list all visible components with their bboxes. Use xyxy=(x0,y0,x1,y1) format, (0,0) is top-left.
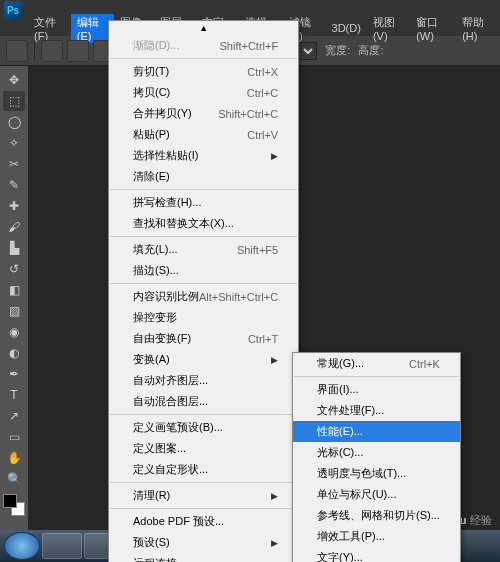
blur-tool-icon[interactable]: ◉ xyxy=(3,322,25,342)
edit-menu-item-10[interactable]: 查找和替换文本(X)... xyxy=(109,213,298,234)
edit-menu-item-13[interactable]: 描边(S)... xyxy=(109,260,298,281)
menu-item-label: 远程连接... xyxy=(133,556,186,562)
selection-add-icon[interactable] xyxy=(67,40,89,62)
crop-tool-icon[interactable]: ✂ xyxy=(3,154,25,174)
prefs-menu-item-0[interactable]: 常规(G)...Ctrl+K xyxy=(293,353,460,374)
type-tool-icon[interactable]: T xyxy=(3,385,25,405)
preferences-submenu: 常规(G)...Ctrl+K界面(I)...文件处理(F)...性能(E)...… xyxy=(292,352,461,562)
menu-文件[interactable]: 文件(F) xyxy=(28,14,71,43)
hand-tool-icon[interactable]: ✋ xyxy=(3,448,25,468)
eraser-tool-icon[interactable]: ◧ xyxy=(3,280,25,300)
prefs-menu-item-8[interactable]: 参考线、网格和切片(S)... xyxy=(293,505,460,526)
menu-item-label: 拼写检查(H)... xyxy=(133,195,201,210)
foreground-color-swatch[interactable] xyxy=(3,494,17,508)
menu-item-label: 粘贴(P) xyxy=(133,127,170,142)
lasso-tool-icon[interactable]: ◯ xyxy=(3,112,25,132)
menu-item-label: 自由变换(F) xyxy=(133,331,191,346)
move-tool-icon[interactable]: ✥ xyxy=(3,70,25,90)
start-button-icon[interactable] xyxy=(4,532,40,560)
edit-menu-item-15[interactable]: 内容识别比例Alt+Shift+Ctrl+C xyxy=(109,286,298,307)
taskbar-app-icon[interactable] xyxy=(42,533,82,559)
edit-menu-item-2[interactable]: 剪切(T)Ctrl+X xyxy=(109,61,298,82)
menu-shortcut: Ctrl+V xyxy=(247,129,278,141)
menu-shortcut: Shift+Ctrl+C xyxy=(218,108,278,120)
menu-item-label: 预设(S) xyxy=(133,535,170,550)
menu-separator xyxy=(110,283,297,284)
menu-item-label: 增效工具(P)... xyxy=(317,529,385,544)
edit-menu-dropdown: ▲ 渐隐(D)...Shift+Ctrl+F剪切(T)Ctrl+X拷贝(C)Ct… xyxy=(108,20,299,562)
marquee-tool-icon[interactable]: ⬚ xyxy=(3,91,25,111)
edit-menu-item-26[interactable]: 清理(R)▶ xyxy=(109,485,298,506)
shape-tool-icon[interactable]: ▭ xyxy=(3,427,25,447)
prefs-menu-item-7[interactable]: 单位与标尺(U)... xyxy=(293,484,460,505)
wand-tool-icon[interactable]: ✧ xyxy=(3,133,25,153)
menu-item-label: 变换(A) xyxy=(133,352,170,367)
menu-item-label: 参考线、网格和切片(S)... xyxy=(317,508,440,523)
edit-menu-item-28[interactable]: Adobe PDF 预设... xyxy=(109,511,298,532)
menu-item-label: 透明度与色域(T)... xyxy=(317,466,406,481)
gradient-tool-icon[interactable]: ▨ xyxy=(3,301,25,321)
healing-tool-icon[interactable]: ✚ xyxy=(3,196,25,216)
menu-item-label: 填充(L)... xyxy=(133,242,178,257)
submenu-arrow-icon: ▶ xyxy=(271,151,278,161)
edit-menu-item-17[interactable]: 自由变换(F)Ctrl+T xyxy=(109,328,298,349)
brush-tool-icon[interactable]: 🖌 xyxy=(3,217,25,237)
menu-separator xyxy=(294,376,459,377)
color-swatches[interactable] xyxy=(3,494,25,516)
prefs-menu-item-9[interactable]: 增效工具(P)... xyxy=(293,526,460,547)
menu-item-label: 操控变形 xyxy=(133,310,177,325)
menu-item-label: 合并拷贝(Y) xyxy=(133,106,192,121)
prefs-menu-item-2[interactable]: 界面(I)... xyxy=(293,379,460,400)
edit-menu-item-6[interactable]: 选择性粘贴(I)▶ xyxy=(109,145,298,166)
width-label: 宽度: xyxy=(325,43,350,58)
menu-item-label: 定义画笔预设(B)... xyxy=(133,420,223,435)
stamp-tool-icon[interactable]: ▙ xyxy=(3,238,25,258)
tool-preset-icon[interactable] xyxy=(6,40,28,62)
menu-item-label: Adobe PDF 预设... xyxy=(133,514,224,529)
prefs-menu-item-4[interactable]: 性能(E)... xyxy=(293,421,460,442)
prefs-menu-item-5[interactable]: 光标(C)... xyxy=(293,442,460,463)
menu-item-label: 查找和替换文本(X)... xyxy=(133,216,234,231)
edit-menu-item-30[interactable]: 远程连接... xyxy=(109,553,298,562)
menu-item-label: 界面(I)... xyxy=(317,382,359,397)
menu-帮助[interactable]: 帮助(H) xyxy=(456,14,500,43)
menu-3d[interactable]: 3D(D) xyxy=(326,21,367,35)
edit-menu-item-20[interactable]: 自动混合图层... xyxy=(109,391,298,412)
eyedropper-tool-icon[interactable]: ✎ xyxy=(3,175,25,195)
scroll-up-arrow-icon[interactable]: ▲ xyxy=(109,21,298,35)
edit-menu-item-19[interactable]: 自动对齐图层... xyxy=(109,370,298,391)
pen-tool-icon[interactable]: ✒ xyxy=(3,364,25,384)
edit-menu-item-22[interactable]: 定义画笔预设(B)... xyxy=(109,417,298,438)
menu-item-label: 单位与标尺(U)... xyxy=(317,487,396,502)
submenu-arrow-icon: ▶ xyxy=(271,355,278,365)
menu-item-label: 光标(C)... xyxy=(317,445,363,460)
edit-menu-item-29[interactable]: 预设(S)▶ xyxy=(109,532,298,553)
height-label: 高度: xyxy=(358,43,383,58)
edit-menu-item-24[interactable]: 定义自定形状... xyxy=(109,459,298,480)
prefs-menu-item-6[interactable]: 透明度与色域(T)... xyxy=(293,463,460,484)
prefs-menu-item-10[interactable]: 文字(Y)... xyxy=(293,547,460,562)
menu-shortcut: Ctrl+K xyxy=(409,358,440,370)
edit-menu-item-18[interactable]: 变换(A)▶ xyxy=(109,349,298,370)
dodge-tool-icon[interactable]: ◐ xyxy=(3,343,25,363)
menu-item-label: 文件处理(F)... xyxy=(317,403,384,418)
edit-menu-item-3[interactable]: 拷贝(C)Ctrl+C xyxy=(109,82,298,103)
zoom-tool-icon[interactable]: 🔍 xyxy=(3,469,25,489)
prefs-menu-item-3[interactable]: 文件处理(F)... xyxy=(293,400,460,421)
edit-menu-item-5[interactable]: 粘贴(P)Ctrl+V xyxy=(109,124,298,145)
edit-menu-item-4[interactable]: 合并拷贝(Y)Shift+Ctrl+C xyxy=(109,103,298,124)
edit-menu-item-16[interactable]: 操控变形 xyxy=(109,307,298,328)
menu-视图[interactable]: 视图(V) xyxy=(367,14,410,43)
menu-item-label: 性能(E)... xyxy=(317,424,363,439)
edit-menu-item-12[interactable]: 填充(L)...Shift+F5 xyxy=(109,239,298,260)
menu-窗口[interactable]: 窗口(W) xyxy=(410,14,456,43)
edit-menu-item-7[interactable]: 清除(E) xyxy=(109,166,298,187)
path-tool-icon[interactable]: ↗ xyxy=(3,406,25,426)
edit-menu-item-9[interactable]: 拼写检查(H)... xyxy=(109,192,298,213)
selection-new-icon[interactable] xyxy=(41,40,63,62)
history-brush-tool-icon[interactable]: ↺ xyxy=(3,259,25,279)
menu-item-label: 定义自定形状... xyxy=(133,462,208,477)
separator xyxy=(34,41,35,61)
edit-menu-item-23[interactable]: 定义图案... xyxy=(109,438,298,459)
menu-item-label: 常规(G)... xyxy=(317,356,364,371)
